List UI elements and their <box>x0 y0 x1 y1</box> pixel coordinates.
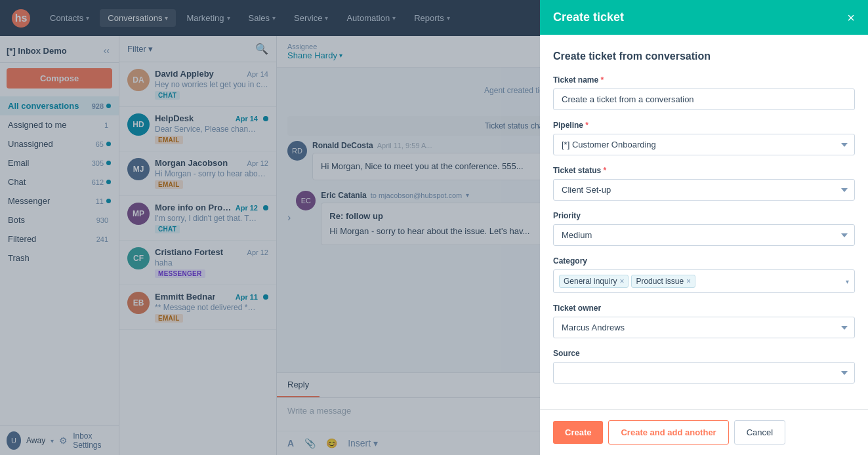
source-group: Source <box>553 349 855 384</box>
create-button[interactable]: Create <box>553 421 603 444</box>
category-field[interactable]: General inquiry × Product issue × ▾ <box>553 269 855 293</box>
ticket-status-label: Ticket status * <box>553 166 855 175</box>
pipeline-group: Pipeline * [*] Customer Onboarding <box>553 121 855 155</box>
modal-title: Create ticket <box>553 10 624 24</box>
modal-footer: Create Create and add another Cancel <box>540 409 868 455</box>
create-ticket-modal: Create ticket × Create ticket from conve… <box>540 0 868 455</box>
ticket-name-label: Ticket name * <box>553 75 855 85</box>
priority-group: Priority Medium <box>553 211 855 246</box>
ticket-status-group: Ticket status * Client Set-up <box>553 166 855 201</box>
ticket-owner-select[interactable]: Marcus Andrews <box>553 317 855 338</box>
modal-overlay: Create ticket × Create ticket from conve… <box>0 0 868 455</box>
pipeline-select[interactable]: [*] Customer Onboarding <box>553 134 855 155</box>
ticket-owner-group: Ticket owner Marcus Andrews <box>553 304 855 338</box>
source-select[interactable] <box>553 362 855 384</box>
create-and-add-another-button[interactable]: Create and add another <box>608 420 728 445</box>
priority-label: Priority <box>553 211 855 220</box>
modal-header: Create ticket × <box>540 0 868 35</box>
priority-select[interactable]: Medium <box>553 224 855 246</box>
ticket-status-select[interactable]: Client Set-up <box>553 179 855 201</box>
cancel-button[interactable]: Cancel <box>734 420 785 445</box>
chevron-down-icon: ▾ <box>846 278 849 285</box>
category-tag-general-inquiry: General inquiry × <box>559 275 629 288</box>
pipeline-label: Pipeline * <box>553 121 855 130</box>
category-tag-product-issue: Product issue × <box>631 275 695 288</box>
modal-subtitle: Create ticket from conversation <box>553 50 855 62</box>
ticket-owner-label: Ticket owner <box>553 304 855 313</box>
remove-general-inquiry[interactable]: × <box>619 277 624 285</box>
ticket-name-group: Ticket name * <box>553 75 855 110</box>
remove-product-issue[interactable]: × <box>686 277 691 285</box>
ticket-name-input[interactable] <box>553 89 855 110</box>
source-label: Source <box>553 349 855 358</box>
category-group: Category General inquiry × Product issue… <box>553 256 855 293</box>
modal-body: Create ticket from conversation Ticket n… <box>540 35 868 409</box>
category-label: Category <box>553 256 855 266</box>
close-button[interactable]: × <box>847 11 855 24</box>
